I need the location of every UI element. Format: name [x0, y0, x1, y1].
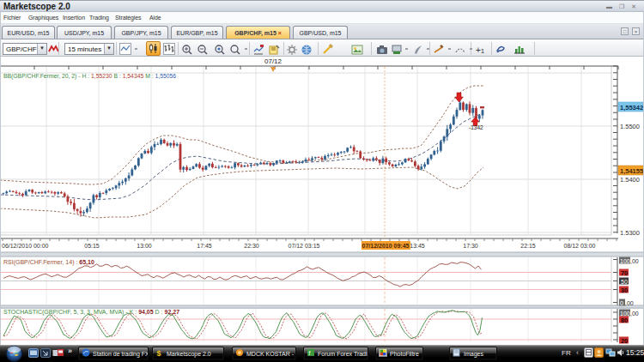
svg-text:,00: ,00 — [625, 300, 634, 306]
svg-text:STOCHASTIC(GBP/CHF, 5, 3, 3, M: STOCHASTIC(GBP/CHF, 5, 3, 3, MVA, MVA) -… — [3, 309, 179, 316]
svg-text:BB(GBP/CHF.Fermer, 20, 2) - H: BB(GBP/CHF.Fermer, 20, 2) - H : 1,55230 … — [3, 73, 176, 80]
svg-text:1,55342: 1,55342 — [620, 104, 643, 112]
svg-text:,00: ,00 — [630, 311, 639, 317]
svg-text:+1: +1 — [476, 45, 485, 55]
svg-text:05:15: 05:15 — [84, 243, 100, 249]
svg-text:1,54155: 1,54155 — [620, 167, 643, 175]
svg-text:1.5500: 1.5500 — [620, 123, 640, 130]
svg-text:80: 80 — [621, 317, 628, 323]
svg-text:07/12/2010 09:45: 07/12/2010 09:45 — [362, 243, 410, 249]
svg-text:0: 0 — [620, 300, 623, 306]
svg-text:07/12 03:15: 07/12 03:15 — [289, 243, 320, 249]
svg-text:22:30: 22:30 — [244, 243, 259, 249]
svg-text:50: 50 — [621, 279, 628, 285]
svg-text:f: f — [309, 350, 311, 356]
svg-text:100: 100 — [620, 258, 630, 264]
svg-text:70: 70 — [621, 270, 628, 276]
svg-text:13:45: 13:45 — [410, 243, 425, 249]
svg-text:1.5400: 1.5400 — [620, 176, 640, 184]
svg-text:13:00: 13:00 — [137, 243, 152, 249]
svg-text:17:30: 17:30 — [463, 243, 478, 249]
svg-text:06/12/2010 00:00: 06/12/2010 00:00 — [2, 243, 49, 249]
svg-text:-1342: -1342 — [469, 124, 483, 130]
svg-text:22:15: 22:15 — [520, 243, 536, 249]
svg-text:08/12 03:00: 08/12 03:00 — [564, 243, 596, 249]
svg-text:$: $ — [157, 349, 161, 357]
svg-text:20: 20 — [621, 338, 628, 344]
svg-text:30: 30 — [621, 287, 628, 293]
svg-text:07/12: 07/12 — [264, 57, 283, 65]
svg-text:,00: ,00 — [630, 258, 639, 264]
svg-text:100: 100 — [620, 311, 630, 317]
svg-text:RSI(GBP/CHF.Fermer, 14) : 65,1: RSI(GBP/CHF.Fermer, 14) : 65,10 — [3, 259, 94, 266]
svg-text:17:45: 17:45 — [197, 243, 212, 249]
svg-text:1.5300: 1.5300 — [620, 229, 640, 237]
